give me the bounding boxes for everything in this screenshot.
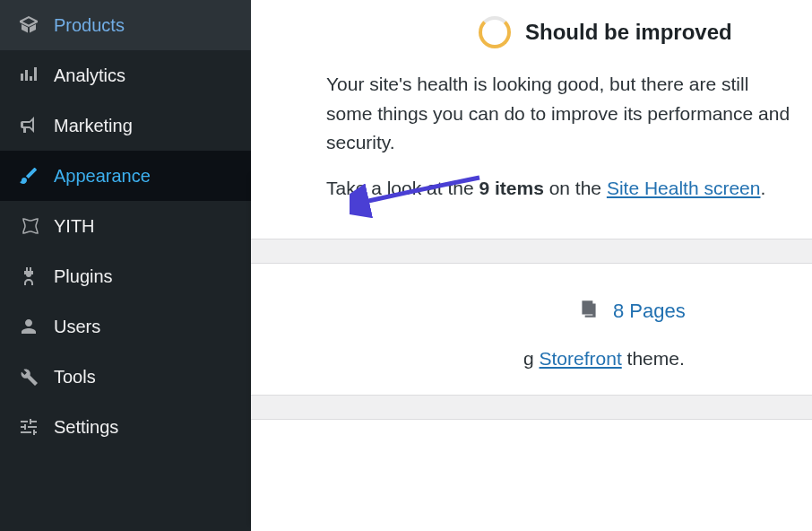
running-theme-line: g Storefront theme. (272, 348, 790, 370)
sidebar-item-label: Marketing (54, 116, 133, 136)
wrench-icon (16, 364, 41, 389)
at-a-glance-pages: 8 Pages (272, 280, 790, 343)
megaphone-icon (16, 113, 41, 138)
admin-sidebar: Products Analytics Marketing Appearance … (0, 0, 251, 531)
pages-icon (577, 298, 600, 325)
sidebar-item-label: YITH (54, 216, 95, 237)
sidebar-item-plugins[interactable]: Plugins (0, 251, 251, 301)
sidebar-item-label: Products (54, 15, 125, 36)
theme-link[interactable]: Storefront (540, 348, 622, 369)
site-health-description: Your site's health is looking good, but … (326, 70, 790, 158)
site-health-link[interactable]: Site Health screen (607, 178, 761, 198)
sidebar-item-products[interactable]: Products (0, 0, 251, 50)
site-health-panel: Should be improved Your site's health is… (272, 0, 790, 224)
sidebar-item-label: Users (54, 317, 100, 337)
sidebar-item-label: Analytics (54, 65, 125, 86)
spinner-icon (479, 16, 511, 48)
brush-icon (16, 163, 41, 188)
site-health-status: Should be improved (525, 20, 732, 45)
sidebar-item-tools[interactable]: Tools (0, 352, 251, 402)
sidebar-item-settings[interactable]: Settings (0, 402, 251, 452)
site-health-hint: Take a look at the 9 items on the Site H… (326, 174, 790, 204)
plug-icon (16, 264, 41, 289)
sidebar-item-appearance[interactable]: Appearance (0, 151, 251, 201)
sliders-icon (16, 414, 41, 440)
box-icon (16, 13, 41, 38)
sidebar-item-users[interactable]: Users (0, 301, 251, 352)
yith-icon (16, 213, 41, 239)
sidebar-item-marketing[interactable]: Marketing (0, 100, 251, 151)
sidebar-item-label: Appearance (54, 166, 151, 187)
main-content: Should be improved Your site's health is… (251, 0, 812, 531)
chart-icon (16, 63, 41, 88)
sidebar-item-analytics[interactable]: Analytics (0, 50, 251, 100)
pages-link[interactable]: 8 Pages (613, 300, 686, 323)
panel-divider (251, 395, 812, 420)
sidebar-item-label: Tools (54, 367, 96, 387)
sidebar-item-label: Plugins (54, 266, 113, 287)
site-health-header: Should be improved (326, 16, 790, 48)
sidebar-item-yith[interactable]: YITH (0, 201, 251, 251)
sidebar-item-label: Settings (54, 417, 118, 438)
user-icon (16, 314, 41, 339)
panel-divider (251, 239, 812, 264)
